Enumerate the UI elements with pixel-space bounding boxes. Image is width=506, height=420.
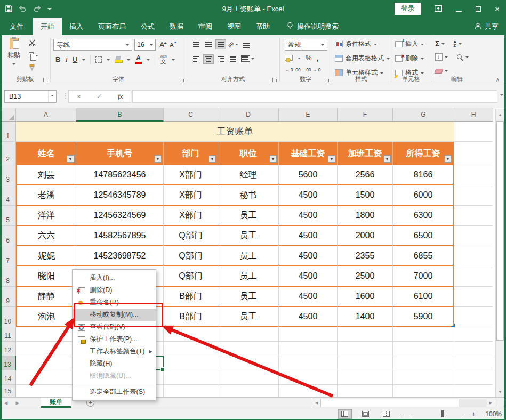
prev-sheet-icon[interactable]: ◀ xyxy=(0,400,12,406)
cell-D3[interactable]: 经理 xyxy=(218,165,279,185)
cell-F9[interactable]: 1600 xyxy=(338,287,393,307)
maximize-button[interactable] xyxy=(476,4,481,14)
cell-G14[interactable] xyxy=(393,370,454,385)
tell-me-search[interactable]: 操作说明搜索 xyxy=(287,18,339,35)
cell-G9[interactable]: 6100 xyxy=(393,287,454,307)
cell-G3[interactable]: 8166 xyxy=(393,165,454,185)
cell-A3[interactable]: 刘芸 xyxy=(16,165,76,185)
filter-icon[interactable]: ▼ xyxy=(269,155,277,163)
row-header-6[interactable]: 6 xyxy=(0,226,16,246)
cut-icon[interactable] xyxy=(29,39,36,48)
cell-C8[interactable]: Q部门 xyxy=(164,266,218,287)
paste-button[interactable]: 粘贴 xyxy=(3,38,25,67)
ribbon-tab[interactable]: 开始 xyxy=(33,18,62,35)
cell-F7[interactable]: 2355 xyxy=(338,246,393,266)
cell-G5[interactable]: 6300 xyxy=(393,206,454,226)
menu-item-tab-color[interactable]: 工作表标签颜色(T)▶ xyxy=(73,345,156,358)
ribbon-tab[interactable]: 帮助 xyxy=(248,18,277,35)
customize-qat-icon[interactable] xyxy=(47,6,52,12)
next-sheet-icon[interactable]: ▶ xyxy=(12,400,23,406)
cell-A13[interactable] xyxy=(16,356,76,370)
cell-H4[interactable] xyxy=(454,185,493,206)
grow-font-icon[interactable]: A xyxy=(158,41,166,49)
cell-D7[interactable]: 员工 xyxy=(218,246,279,266)
column-header-H[interactable]: H xyxy=(454,108,493,122)
number-format-select[interactable]: 常规 xyxy=(285,39,327,51)
zoom-out-button[interactable]: − xyxy=(400,410,405,418)
horizontal-scrollbar[interactable]: ◀ ▶ xyxy=(312,399,495,407)
cell-C5[interactable]: X部门 xyxy=(164,206,218,226)
row-header-10[interactable]: 10 xyxy=(0,307,16,327)
cell-E5[interactable]: 4500 xyxy=(279,206,338,226)
scroll-down-icon[interactable]: ▼ xyxy=(496,386,504,397)
cell-H11[interactable] xyxy=(454,327,493,342)
filter-icon[interactable]: ▼ xyxy=(208,155,216,163)
table-header-B2[interactable]: 手机号▼ xyxy=(76,142,164,165)
row-header-1[interactable]: 1 xyxy=(0,122,16,142)
align-middle-icon[interactable] xyxy=(203,39,214,49)
cell-G15[interactable] xyxy=(393,385,454,397)
ribbon-tab[interactable]: 公式 xyxy=(133,18,162,35)
vertical-scroll-thumb[interactable] xyxy=(496,121,504,341)
cell-H9[interactable] xyxy=(454,287,493,307)
cell-G8[interactable]: 7000 xyxy=(393,266,454,287)
column-header-F[interactable]: F xyxy=(338,108,393,122)
column-header-C[interactable]: C xyxy=(164,108,218,122)
cell-E12[interactable] xyxy=(279,342,338,356)
menu-item-insert[interactable]: 插入(I)... xyxy=(73,272,156,284)
filter-icon[interactable]: ▼ xyxy=(444,155,452,163)
ribbon-tab[interactable]: 审阅 xyxy=(191,18,220,35)
autosum-icon[interactable]: Σ xyxy=(435,39,439,48)
cell-A15[interactable] xyxy=(16,385,76,397)
cell-G11[interactable] xyxy=(393,327,454,342)
row-header-4[interactable]: 4 xyxy=(0,185,16,206)
scroll-left-icon[interactable]: ◀ xyxy=(312,399,320,407)
zoom-slider[interactable] xyxy=(411,414,464,414)
filter-icon[interactable]: ▼ xyxy=(67,155,74,163)
cell-C7[interactable]: Q部门 xyxy=(164,246,218,266)
cell-A6[interactable]: 六六 xyxy=(16,226,76,246)
format-as-table-button[interactable]: 套用表格格式 xyxy=(335,54,390,63)
cell-H8[interactable] xyxy=(454,266,493,287)
cell-C4[interactable]: X部门 xyxy=(164,185,218,206)
alignment-dialog-launcher[interactable] xyxy=(272,78,277,82)
cell-C3[interactable]: X部门 xyxy=(164,165,218,185)
table-header-C2[interactable]: 部门▼ xyxy=(164,142,218,165)
select-all-corner[interactable] xyxy=(0,108,16,122)
ribbon-display-options-icon[interactable] xyxy=(435,4,442,14)
bold-icon[interactable]: B xyxy=(55,55,60,63)
insert-cells-button[interactable]: 插入 xyxy=(395,39,424,49)
cell-F4[interactable]: 1500 xyxy=(338,185,393,206)
cell-D4[interactable]: 秘书 xyxy=(218,185,279,206)
sheet-tab-active[interactable]: 账单 xyxy=(41,398,71,408)
cell-B4[interactable]: 12546345789 xyxy=(76,185,164,206)
cell-F11[interactable] xyxy=(338,327,393,342)
redo-icon[interactable] xyxy=(33,5,41,12)
cell-H3[interactable] xyxy=(454,165,493,185)
share-button[interactable]: 共享 xyxy=(475,18,499,35)
decrease-indent-icon[interactable] xyxy=(228,54,238,64)
cell-E13[interactable] xyxy=(279,356,338,370)
comma-style-icon[interactable]: , xyxy=(317,53,319,62)
cell-H15[interactable] xyxy=(454,385,493,397)
row-header-14[interactable]: 14 xyxy=(0,370,16,385)
shrink-font-icon[interactable]: A xyxy=(168,42,175,48)
cell-D13[interactable] xyxy=(218,356,279,370)
table-resize-handle[interactable] xyxy=(451,324,455,327)
number-dialog-launcher[interactable] xyxy=(325,78,329,82)
percent-style-icon[interactable]: % xyxy=(306,54,312,62)
cell-E4[interactable]: 4500 xyxy=(279,185,338,206)
cell-A14[interactable] xyxy=(16,370,76,385)
clear-icon[interactable] xyxy=(435,69,444,74)
cell-G7[interactable]: 6855 xyxy=(393,246,454,266)
increase-decimal-icon[interactable] xyxy=(285,67,301,72)
horizontal-scroll-thumb[interactable] xyxy=(320,399,459,407)
cell-D10[interactable]: 员工 xyxy=(218,307,279,327)
sort-filter-icon[interactable] xyxy=(453,40,456,47)
row-header-7[interactable]: 7 xyxy=(0,246,16,266)
file-tab[interactable]: 文件 xyxy=(0,18,33,35)
save-icon[interactable] xyxy=(5,5,12,12)
cell-G10[interactable]: 5900 xyxy=(393,307,454,327)
phonetic-guide-icon[interactable]: wén文 xyxy=(160,54,167,64)
row-header-13[interactable]: 13 xyxy=(0,356,16,370)
